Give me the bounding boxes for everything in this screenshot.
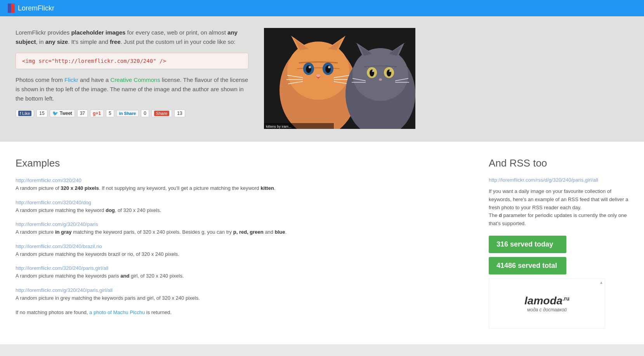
photo-credit-paragraph: Photos come from Flickr and have a Creat…: [16, 75, 248, 103]
ad-content: lamoda.ru мода с доставкой: [524, 295, 569, 313]
example-link-2[interactable]: http://loremflickr.com/320/240/dog: [16, 200, 91, 205]
machu-picchu-link[interactable]: a photo of Machu Picchu: [89, 309, 145, 315]
example-desc-6: A random picture in grey matching the ke…: [16, 294, 465, 302]
creative-commons-link[interactable]: Creative Commons: [110, 76, 160, 83]
kitten-image: kittens by iram...: [264, 28, 415, 129]
share-button[interactable]: Share: [151, 109, 172, 117]
twitter-icon: 🐦: [52, 111, 58, 116]
example-link-5[interactable]: http://loremflickr.com/320/240/paris,gir…: [16, 265, 108, 271]
example-link-6[interactable]: http://loremflickr.com/g/320/240/paris,g…: [16, 287, 113, 293]
example-item-6: http://loremflickr.com/g/320/240/paris,g…: [16, 287, 465, 302]
logo-text: LoremFlickr: [18, 4, 54, 12]
svg-point-23: [389, 70, 391, 72]
rss-link[interactable]: http://loremflickr.com/rss/d/g/320/240/p…: [489, 177, 628, 183]
final-note: If no matching photos are found, a photo…: [16, 309, 465, 316]
logo-flag: [8, 3, 15, 13]
hero-section: LoremFlickr provides placeholder images …: [0, 16, 644, 142]
linkedin-share-button[interactable]: in Share: [116, 110, 139, 117]
linkedin-count: 0: [141, 109, 149, 117]
examples-section: Examples http://loremflickr.com/320/240 …: [16, 157, 465, 329]
hero-image-container: kittens by iram...: [264, 28, 415, 130]
rss-section: And RSS too http://loremflickr.com/rss/d…: [489, 157, 628, 329]
example-item-4: http://loremflickr.com/320/240/brazil,ri…: [16, 243, 465, 258]
example-desc-5: A random picture matching the keywords p…: [16, 272, 465, 280]
svg-point-9: [316, 74, 320, 77]
examples-heading: Examples: [16, 157, 465, 169]
social-buttons: f Like 15 🐦 Tweet 37 g+1 5 in Share 0 Sh…: [16, 109, 248, 117]
example-desc-3: A random picture in gray matching the ke…: [16, 228, 465, 236]
example-desc-4: A random picture matching the keywords b…: [16, 250, 465, 258]
gplus-count: 5: [106, 109, 114, 117]
svg-point-17: [352, 48, 408, 101]
share-icon: Share: [154, 111, 169, 116]
stat-total: 41486 served total: [489, 257, 566, 274]
svg-point-8: [328, 66, 330, 68]
ad-sub: мода с доставкой: [524, 307, 569, 313]
twitter-tweet-button[interactable]: 🐦 Tweet: [50, 109, 75, 117]
header: LoremFlickr: [0, 0, 644, 16]
example-link-1[interactable]: http://loremflickr.com/320/240: [16, 177, 82, 183]
flag-red: [11, 3, 15, 13]
svg-point-24: [379, 78, 382, 81]
ad-brand: lamoda.ru: [524, 295, 569, 307]
hero-intro-paragraph: LoremFlickr provides placeholder images …: [16, 28, 248, 47]
hero-text: LoremFlickr provides placeholder images …: [16, 28, 248, 130]
example-item-1: http://loremflickr.com/320/240 A random …: [16, 177, 465, 192]
gplus-icon: g+1: [93, 111, 101, 116]
example-link-4[interactable]: http://loremflickr.com/320/240/brazil,ri…: [16, 243, 102, 249]
share-count: 13: [174, 109, 185, 117]
facebook-like-button[interactable]: f Like: [16, 109, 34, 117]
rss-heading: And RSS too: [489, 157, 628, 169]
facebook-icon: f Like: [18, 111, 31, 116]
main-content: Examples http://loremflickr.com/320/240 …: [0, 142, 644, 344]
example-desc-2: A random picture matching the keyword do…: [16, 207, 465, 214]
code-example: <img src="http://loremflickr.com/320/240…: [16, 53, 248, 69]
example-desc-1: A random picture of 320 x 240 pixels. If…: [16, 184, 465, 192]
rss-description: If you want a daily image on your favour…: [489, 188, 628, 228]
gplus-button[interactable]: g+1: [90, 109, 104, 117]
example-item-2: http://loremflickr.com/320/240/dog A ran…: [16, 199, 465, 214]
svg-point-22: [372, 70, 374, 72]
example-link-3[interactable]: http://loremflickr.com/g/320/240/paris: [16, 221, 98, 227]
advertisement: ▲ lamoda.ru мода с доставкой: [489, 278, 605, 329]
flickr-link[interactable]: Flickr: [64, 76, 78, 83]
svg-point-2: [287, 42, 349, 100]
twitter-count: 37: [77, 109, 88, 117]
linkedin-icon: in Share: [119, 111, 136, 116]
svg-point-7: [309, 66, 311, 68]
flag-blue: [8, 3, 11, 13]
example-item-3: http://loremflickr.com/g/320/240/paris A…: [16, 221, 465, 236]
facebook-count: 15: [36, 109, 47, 117]
stat-today: 316 served today: [489, 236, 566, 253]
ad-label: ▲: [599, 280, 603, 285]
svg-text:kittens by iram...: kittens by iram...: [266, 125, 292, 129]
example-item-5: http://loremflickr.com/320/240/paris,gir…: [16, 265, 465, 280]
